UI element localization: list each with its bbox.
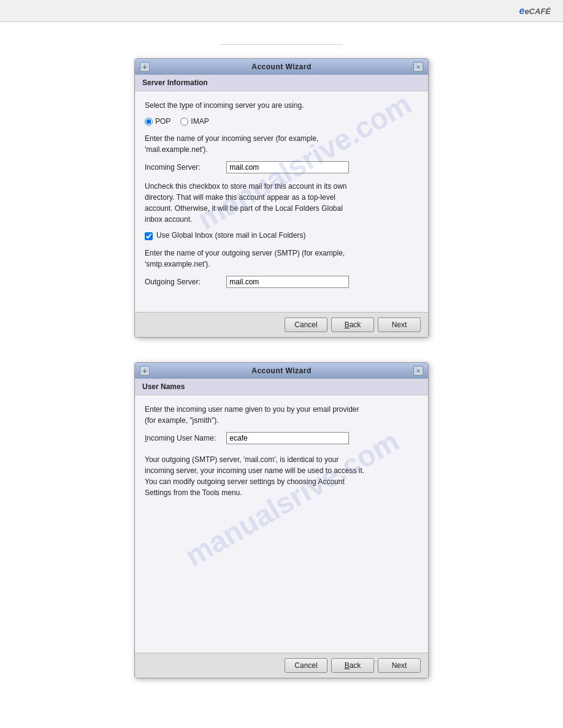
dialog2-content: Enter the incoming user name given to yo… (135, 395, 428, 653)
dialog1-content: Select the type of incoming server you a… (135, 91, 428, 312)
global-inbox-label: Use Global Inbox (store mail in Local Fo… (156, 231, 305, 240)
dialog1-next-button[interactable]: Next (378, 317, 421, 332)
server-information-dialog: + Account Wizard × Server Information Se… (134, 58, 429, 338)
incoming-username-label: Incoming User Name: (145, 434, 224, 442)
dialog2-back-button[interactable]: Back (331, 658, 374, 673)
user-names-dialog: + Account Wizard × User Names Enter the … (134, 362, 429, 678)
pop-radio[interactable] (145, 118, 153, 126)
dialog2-title: Account Wizard (251, 366, 312, 375)
dialog2-cancel-button[interactable]: Cancel (285, 658, 327, 673)
incoming-server-label: Incoming Server: (145, 163, 224, 172)
global-inbox-checkbox-row: Use Global Inbox (store mail in Local Fo… (145, 231, 418, 240)
top-divider (220, 44, 343, 45)
imap-label: IMAP (191, 117, 209, 126)
outgoing-server-desc: Enter the name of your outgoing server (… (145, 248, 418, 270)
dialog1-titlebar: + Account Wizard × (135, 59, 428, 75)
dialog1-title: Account Wizard (251, 63, 312, 71)
server-type-desc: Select the type of incoming server you a… (145, 100, 418, 111)
dialog2-close-button[interactable]: × (413, 366, 423, 376)
dialog2-footer: Cancel Back Next (135, 653, 428, 678)
incoming-server-desc: Enter the name of your incoming server (… (145, 133, 418, 155)
global-inbox-checkbox[interactable] (145, 232, 153, 240)
app-logo: eeCAFÉ (519, 6, 551, 17)
incoming-username-desc: Enter the incoming user name given to yo… (145, 404, 418, 426)
pop-radio-item[interactable]: POP (145, 117, 170, 126)
dialog1-section-header: Server Information (135, 75, 428, 91)
incoming-username-input[interactable] (226, 432, 349, 444)
top-bar: eeCAFÉ (0, 0, 563, 22)
outgoing-server-label: Outgoing Server: (145, 278, 224, 286)
page-background: manualsrive.com manualsrive.com + Accoun… (0, 22, 563, 728)
dialog1-cancel-button[interactable]: Cancel (285, 317, 327, 332)
imap-radio[interactable] (180, 118, 188, 126)
dialog1-close-button[interactable]: × (413, 62, 423, 72)
dialog1-add-button[interactable]: + (140, 62, 150, 72)
dialog2-add-button[interactable]: + (140, 366, 150, 376)
incoming-server-row: Incoming Server: (145, 161, 418, 173)
dialog2-titlebar: + Account Wizard × (135, 363, 428, 379)
dialog1-back-button[interactable]: Back (331, 317, 374, 332)
pop-label: POP (155, 117, 170, 126)
smtp-info: Your outgoing (SMTP) server, 'mail.com',… (145, 454, 418, 498)
dialog2-section-header: User Names (135, 379, 428, 395)
dialog2-next-button[interactable]: Next (378, 658, 421, 673)
incoming-server-input[interactable] (226, 161, 349, 173)
incoming-username-row: Incoming User Name: (145, 432, 418, 444)
outgoing-server-input[interactable] (226, 276, 349, 288)
outgoing-server-row: Outgoing Server: (145, 276, 418, 288)
imap-radio-item[interactable]: IMAP (180, 117, 209, 126)
checkbox-desc: Uncheck this checkbox to store mail for … (145, 181, 418, 225)
server-type-radio-group: POP IMAP (145, 117, 418, 126)
dialog1-footer: Cancel Back Next (135, 312, 428, 337)
